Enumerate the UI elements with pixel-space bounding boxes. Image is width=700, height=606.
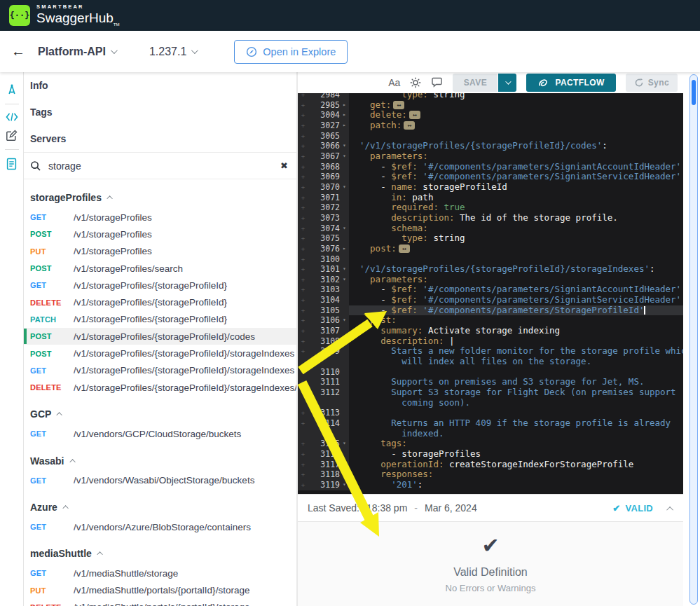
- folded-code-chip[interactable]: ↔: [409, 111, 420, 119]
- code-line-3067[interactable]: +3067▾parameters:: [298, 151, 683, 162]
- code-line-3111[interactable]: +3111Supports on premises and S3 storage…: [298, 377, 683, 387]
- save-dropdown-button[interactable]: [498, 74, 516, 92]
- fold-toggle-icon[interactable]: ▸: [340, 100, 349, 111]
- back-button[interactable]: ←: [11, 43, 29, 60]
- sidebar-item-info[interactable]: Info: [24, 72, 296, 99]
- pactflow-button[interactable]: PACTFLOW: [526, 74, 615, 92]
- api-name-dropdown[interactable]: Platform-API: [38, 46, 116, 58]
- folded-code-chip[interactable]: ↔: [404, 121, 415, 130]
- fold-toggle-icon[interactable]: ▸: [340, 244, 349, 254]
- api-version-dropdown[interactable]: 1.237.1: [149, 46, 196, 58]
- code-line-wrap[interactable]: indexed.: [298, 429, 683, 439]
- endpoint-item[interactable]: POST/v1/storageProfiles/search: [24, 260, 296, 277]
- code-line-3113[interactable]: +3113: [298, 408, 683, 418]
- scrollbar-thumb[interactable]: [692, 80, 696, 105]
- code-editor-icon[interactable]: [6, 112, 18, 122]
- code-line-2984[interactable]: +2984type: string: [298, 93, 683, 100]
- fold-toggle-icon[interactable]: ▾: [340, 223, 349, 234]
- collapse-validation-panel-button[interactable]: [668, 502, 673, 514]
- endpoint-item[interactable]: POST/v1/storageProfiles/{storageProfileI…: [24, 345, 296, 361]
- comments-icon[interactable]: [431, 77, 443, 88]
- fold-toggle-icon[interactable]: ▾: [340, 182, 349, 193]
- endpoint-item[interactable]: DELETE/v1/storageProfiles/{storageProfil…: [24, 294, 296, 310]
- search-input[interactable]: [48, 160, 273, 172]
- code-line-3071[interactable]: +3071in: path: [298, 193, 683, 203]
- code-line-3112[interactable]: +3112Suport S3 storage for Flight Deck (…: [298, 387, 683, 398]
- code-line-3074[interactable]: +3074▾schema:: [298, 223, 683, 234]
- endpoint-item[interactable]: POST/v1/storageProfiles: [24, 226, 296, 242]
- fold-toggle-icon[interactable]: ▾: [340, 336, 349, 347]
- font-size-button[interactable]: Aa: [388, 77, 400, 88]
- code-line-3107[interactable]: +3107summary: Activate storage indexing: [298, 326, 683, 336]
- endpoint-item[interactable]: PUT/v1/mediaShuttle/portals/{portalId}/s…: [24, 581, 296, 598]
- yaml-code-editor[interactable]: +2984type: string+2985▸get:↔+3004▸delete…: [298, 93, 683, 494]
- code-line-3108[interactable]: +3108▾description: |: [298, 336, 683, 347]
- code-line-3065[interactable]: +3065: [298, 131, 683, 142]
- group-header-storageProfiles[interactable]: storageProfiles: [24, 179, 296, 209]
- code-line-3104[interactable]: +3104- $ref: '#/components/parameters/Si…: [298, 295, 683, 305]
- code-line-3115[interactable]: +3115▾tags:: [298, 439, 683, 449]
- endpoint-item[interactable]: GET/v1/vendors/Azure/BlobStorage/contain…: [24, 518, 296, 535]
- endpoint-item[interactable]: POST/v1/storageProfiles/{storageProfileI…: [24, 328, 296, 345]
- sidebar-item-servers[interactable]: Servers: [24, 125, 296, 152]
- fold-toggle-icon[interactable]: ▾: [340, 439, 349, 449]
- endpoint-item[interactable]: GET/v1/mediaShuttle/storage: [24, 565, 296, 581]
- brand-block[interactable]: SMARTBEAR SwaggerHubTM: [36, 4, 120, 26]
- fold-toggle-icon[interactable]: ▾: [340, 480, 349, 490]
- validation-status-badge[interactable]: ✔ VALID: [612, 503, 653, 514]
- group-header-Wasabi[interactable]: Wasabi: [24, 443, 296, 472]
- code-line-3118[interactable]: +3118responses:: [298, 469, 683, 480]
- endpoint-item[interactable]: GET/v1/vendors/Wasabi/ObjectStorage/buck…: [24, 472, 296, 489]
- fold-toggle-icon[interactable]: ▾: [340, 275, 349, 285]
- code-line-3117[interactable]: +3117operationId: createStorageIndexForS…: [298, 460, 683, 470]
- code-line-wrap[interactable]: will index all files on the storage.: [298, 357, 683, 367]
- code-line-3110[interactable]: +3110: [298, 367, 683, 378]
- save-button[interactable]: SAVE: [453, 74, 497, 92]
- api-design-icon[interactable]: [6, 83, 18, 96]
- code-line-3068[interactable]: +3068- $ref: '#/components/parameters/Si…: [298, 162, 683, 172]
- code-line-3100[interactable]: +3100: [298, 254, 683, 265]
- endpoint-item[interactable]: GET/v1/storageProfiles/{storageProfileId…: [24, 277, 296, 294]
- endpoint-item[interactable]: PUT/v1/storageProfiles: [24, 243, 296, 260]
- code-line-3069[interactable]: +3069- $ref: '#/components/parameters/Si…: [298, 172, 683, 182]
- fold-toggle-icon[interactable]: ▸: [340, 110, 349, 120]
- code-line-3114[interactable]: +3114Returns an HTTP 409 if the storage …: [298, 418, 683, 429]
- code-line-3027[interactable]: +3027▸patch:↔: [298, 120, 683, 131]
- group-header-Azure[interactable]: Azure: [24, 489, 296, 518]
- fold-toggle-icon[interactable]: ▾: [340, 264, 349, 275]
- code-line-3103[interactable]: +3103- $ref: '#/components/parameters/Si…: [298, 284, 683, 295]
- code-line-3116[interactable]: +3116- storageProfiles: [298, 449, 683, 460]
- code-line-2985[interactable]: +2985▸get:↔: [298, 100, 683, 111]
- fold-toggle-icon[interactable]: ▾: [340, 141, 349, 151]
- code-line-3066[interactable]: +3066▾'/v1/storageProfiles/{storageProfi…: [298, 141, 683, 151]
- sync-button[interactable]: Sync: [626, 74, 678, 92]
- code-line-3075[interactable]: +3075type: string: [298, 233, 683, 244]
- fold-toggle-icon[interactable]: ▾: [340, 315, 349, 326]
- endpoint-item[interactable]: DELETE/v1/storageProfiles/{storageProfil…: [24, 379, 296, 396]
- scrollbar-track[interactable]: [689, 74, 698, 605]
- code-line-3070[interactable]: +3070▾- name: storageProfileId: [298, 182, 683, 193]
- endpoint-item[interactable]: GET/v1/storageProfiles: [24, 209, 296, 226]
- code-line-wrap[interactable]: coming soon).: [298, 398, 683, 408]
- group-header-mediaShuttle[interactable]: mediaShuttle: [24, 535, 296, 565]
- code-line-3109[interactable]: +3109Starts a new folder monitor for the…: [298, 346, 683, 357]
- document-icon[interactable]: [6, 158, 17, 170]
- code-line-3076[interactable]: +3076▸post:↔: [298, 244, 683, 254]
- sidebar-item-tags[interactable]: Tags: [24, 99, 296, 125]
- code-line-3073[interactable]: +3073description: The id of the storage …: [298, 213, 683, 223]
- folded-code-chip[interactable]: ↔: [399, 245, 410, 253]
- folded-code-chip[interactable]: ↔: [393, 101, 404, 109]
- fold-toggle-icon[interactable]: ▸: [340, 120, 349, 131]
- code-line-3105[interactable]: +3105- $ref: '#/components/parameters/St…: [298, 305, 683, 316]
- endpoint-item[interactable]: GET/v1/vendors/GCP/CloudStorage/buckets: [24, 425, 296, 442]
- code-line-3072[interactable]: +3072required: true: [298, 202, 683, 213]
- open-in-explore-button[interactable]: Open in Explore: [234, 40, 348, 64]
- group-header-GCP[interactable]: GCP: [24, 396, 296, 425]
- endpoint-item[interactable]: PATCH/v1/storageProfiles/{storageProfile…: [24, 311, 296, 328]
- code-line-3106[interactable]: +3106▾post:: [298, 315, 683, 326]
- clear-search-icon[interactable]: ✖: [280, 160, 288, 171]
- code-line-3102[interactable]: +3102▾parameters:: [298, 275, 683, 285]
- smartbear-logo-icon[interactable]: {··}: [9, 5, 30, 26]
- edit-form-icon[interactable]: [6, 130, 18, 142]
- theme-brightness-icon[interactable]: [410, 77, 421, 88]
